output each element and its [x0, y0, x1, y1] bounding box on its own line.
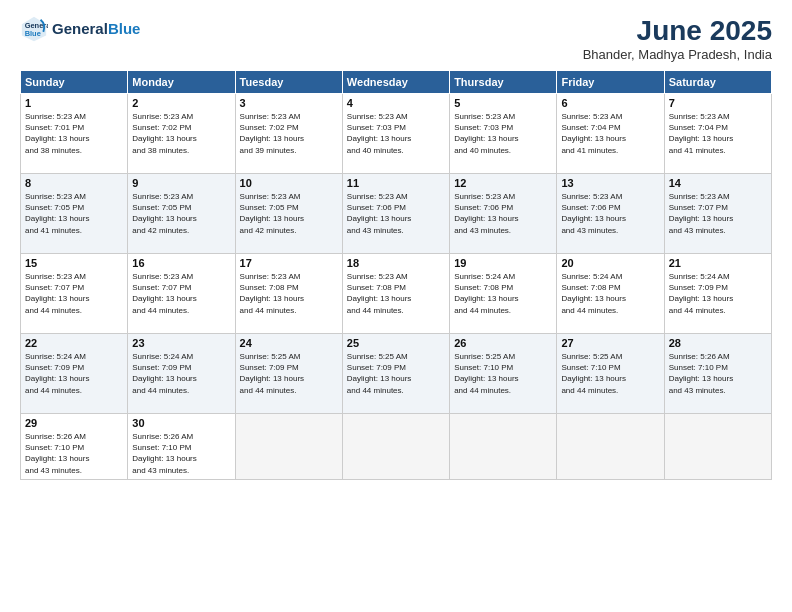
table-row: 10Sunrise: 5:23 AMSunset: 7:05 PMDayligh… — [235, 174, 342, 254]
table-row: 24Sunrise: 5:25 AMSunset: 7:09 PMDayligh… — [235, 334, 342, 414]
day-info: Sunrise: 5:23 AMSunset: 7:02 PMDaylight:… — [132, 111, 230, 156]
day-number: 24 — [240, 337, 338, 349]
day-number: 3 — [240, 97, 338, 109]
day-number: 16 — [132, 257, 230, 269]
table-row — [450, 414, 557, 480]
day-info: Sunrise: 5:23 AMSunset: 7:06 PMDaylight:… — [454, 191, 552, 236]
table-row: 5Sunrise: 5:23 AMSunset: 7:03 PMDaylight… — [450, 94, 557, 174]
day-info: Sunrise: 5:23 AMSunset: 7:03 PMDaylight:… — [347, 111, 445, 156]
day-number: 9 — [132, 177, 230, 189]
day-number: 20 — [561, 257, 659, 269]
day-number: 27 — [561, 337, 659, 349]
day-info: Sunrise: 5:23 AMSunset: 7:03 PMDaylight:… — [454, 111, 552, 156]
table-row: 16Sunrise: 5:23 AMSunset: 7:07 PMDayligh… — [128, 254, 235, 334]
svg-text:Blue: Blue — [25, 29, 41, 38]
day-number: 5 — [454, 97, 552, 109]
table-row — [235, 414, 342, 480]
table-row: 30Sunrise: 5:26 AMSunset: 7:10 PMDayligh… — [128, 414, 235, 480]
header-row: Sunday Monday Tuesday Wednesday Thursday… — [21, 71, 772, 94]
col-wednesday: Wednesday — [342, 71, 449, 94]
day-info: Sunrise: 5:23 AMSunset: 7:01 PMDaylight:… — [25, 111, 123, 156]
day-info: Sunrise: 5:23 AMSunset: 7:05 PMDaylight:… — [132, 191, 230, 236]
day-info: Sunrise: 5:25 AMSunset: 7:10 PMDaylight:… — [561, 351, 659, 396]
day-number: 30 — [132, 417, 230, 429]
title-area: June 2025 Bhander, Madhya Pradesh, India — [583, 15, 772, 62]
table-row: 7Sunrise: 5:23 AMSunset: 7:04 PMDaylight… — [664, 94, 771, 174]
logo-blue: Blue — [108, 20, 141, 37]
table-row: 28Sunrise: 5:26 AMSunset: 7:10 PMDayligh… — [664, 334, 771, 414]
logo-icon: General Blue — [20, 15, 48, 43]
table-row — [342, 414, 449, 480]
col-thursday: Thursday — [450, 71, 557, 94]
day-info: Sunrise: 5:23 AMSunset: 7:06 PMDaylight:… — [561, 191, 659, 236]
table-row — [557, 414, 664, 480]
table-row: 2Sunrise: 5:23 AMSunset: 7:02 PMDaylight… — [128, 94, 235, 174]
day-number: 4 — [347, 97, 445, 109]
table-row: 14Sunrise: 5:23 AMSunset: 7:07 PMDayligh… — [664, 174, 771, 254]
day-number: 8 — [25, 177, 123, 189]
day-number: 14 — [669, 177, 767, 189]
day-info: Sunrise: 5:25 AMSunset: 7:09 PMDaylight:… — [240, 351, 338, 396]
logo-general: General — [52, 20, 108, 37]
col-monday: Monday — [128, 71, 235, 94]
day-info: Sunrise: 5:23 AMSunset: 7:07 PMDaylight:… — [25, 271, 123, 316]
table-row: 19Sunrise: 5:24 AMSunset: 7:08 PMDayligh… — [450, 254, 557, 334]
day-info: Sunrise: 5:23 AMSunset: 7:07 PMDaylight:… — [132, 271, 230, 316]
day-info: Sunrise: 5:26 AMSunset: 7:10 PMDaylight:… — [25, 431, 123, 476]
col-tuesday: Tuesday — [235, 71, 342, 94]
table-row: 13Sunrise: 5:23 AMSunset: 7:06 PMDayligh… — [557, 174, 664, 254]
day-number: 11 — [347, 177, 445, 189]
day-info: Sunrise: 5:25 AMSunset: 7:10 PMDaylight:… — [454, 351, 552, 396]
table-row: 11Sunrise: 5:23 AMSunset: 7:06 PMDayligh… — [342, 174, 449, 254]
day-info: Sunrise: 5:25 AMSunset: 7:09 PMDaylight:… — [347, 351, 445, 396]
day-info: Sunrise: 5:23 AMSunset: 7:07 PMDaylight:… — [669, 191, 767, 236]
day-number: 26 — [454, 337, 552, 349]
day-info: Sunrise: 5:23 AMSunset: 7:08 PMDaylight:… — [347, 271, 445, 316]
day-number: 17 — [240, 257, 338, 269]
logo-text-block: GeneralBlue — [52, 21, 140, 38]
day-info: Sunrise: 5:23 AMSunset: 7:05 PMDaylight:… — [240, 191, 338, 236]
table-row: 4Sunrise: 5:23 AMSunset: 7:03 PMDaylight… — [342, 94, 449, 174]
day-number: 2 — [132, 97, 230, 109]
table-row: 27Sunrise: 5:25 AMSunset: 7:10 PMDayligh… — [557, 334, 664, 414]
day-number: 7 — [669, 97, 767, 109]
table-row: 1Sunrise: 5:23 AMSunset: 7:01 PMDaylight… — [21, 94, 128, 174]
table-row: 6Sunrise: 5:23 AMSunset: 7:04 PMDaylight… — [557, 94, 664, 174]
table-row: 20Sunrise: 5:24 AMSunset: 7:08 PMDayligh… — [557, 254, 664, 334]
day-info: Sunrise: 5:26 AMSunset: 7:10 PMDaylight:… — [132, 431, 230, 476]
day-number: 21 — [669, 257, 767, 269]
table-row: 17Sunrise: 5:23 AMSunset: 7:08 PMDayligh… — [235, 254, 342, 334]
day-number: 28 — [669, 337, 767, 349]
day-info: Sunrise: 5:24 AMSunset: 7:08 PMDaylight:… — [561, 271, 659, 316]
day-info: Sunrise: 5:23 AMSunset: 7:02 PMDaylight:… — [240, 111, 338, 156]
table-row: 3Sunrise: 5:23 AMSunset: 7:02 PMDaylight… — [235, 94, 342, 174]
day-number: 13 — [561, 177, 659, 189]
day-number: 10 — [240, 177, 338, 189]
calendar-page: General Blue GeneralBlue June 2025 Bhand… — [0, 0, 792, 612]
day-info: Sunrise: 5:24 AMSunset: 7:09 PMDaylight:… — [669, 271, 767, 316]
table-row: 18Sunrise: 5:23 AMSunset: 7:08 PMDayligh… — [342, 254, 449, 334]
table-row: 9Sunrise: 5:23 AMSunset: 7:05 PMDaylight… — [128, 174, 235, 254]
month-title: June 2025 — [583, 15, 772, 47]
logo-line1: GeneralBlue — [52, 21, 140, 38]
day-number: 25 — [347, 337, 445, 349]
table-row: 26Sunrise: 5:25 AMSunset: 7:10 PMDayligh… — [450, 334, 557, 414]
table-row: 21Sunrise: 5:24 AMSunset: 7:09 PMDayligh… — [664, 254, 771, 334]
day-number: 15 — [25, 257, 123, 269]
table-row: 29Sunrise: 5:26 AMSunset: 7:10 PMDayligh… — [21, 414, 128, 480]
day-info: Sunrise: 5:23 AMSunset: 7:06 PMDaylight:… — [347, 191, 445, 236]
day-info: Sunrise: 5:23 AMSunset: 7:04 PMDaylight:… — [669, 111, 767, 156]
day-info: Sunrise: 5:24 AMSunset: 7:09 PMDaylight:… — [25, 351, 123, 396]
col-saturday: Saturday — [664, 71, 771, 94]
day-info: Sunrise: 5:23 AMSunset: 7:05 PMDaylight:… — [25, 191, 123, 236]
day-number: 6 — [561, 97, 659, 109]
day-number: 23 — [132, 337, 230, 349]
day-info: Sunrise: 5:23 AMSunset: 7:08 PMDaylight:… — [240, 271, 338, 316]
day-info: Sunrise: 5:24 AMSunset: 7:09 PMDaylight:… — [132, 351, 230, 396]
table-row — [664, 414, 771, 480]
day-number: 12 — [454, 177, 552, 189]
table-row: 23Sunrise: 5:24 AMSunset: 7:09 PMDayligh… — [128, 334, 235, 414]
table-row: 15Sunrise: 5:23 AMSunset: 7:07 PMDayligh… — [21, 254, 128, 334]
table-row: 12Sunrise: 5:23 AMSunset: 7:06 PMDayligh… — [450, 174, 557, 254]
col-sunday: Sunday — [21, 71, 128, 94]
